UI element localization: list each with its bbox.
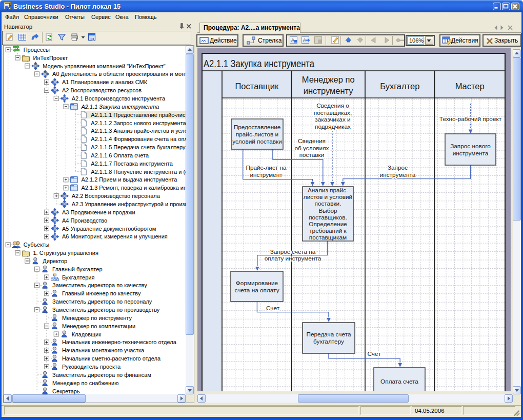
svg-text:условий поставки: условий поставки <box>232 138 282 145</box>
svg-text:Заместитель директора по финан: Заместитель директора по финансам <box>52 372 151 378</box>
svg-text:Запрос: Запрос <box>388 164 408 171</box>
svg-text:A1 Планирование и анализ СМК: A1 Планирование и анализ СМК <box>62 79 148 85</box>
svg-text:A2.1.1.5 Передача счета бухгал: A2.1.1.5 Передача счета бухгалтеру <box>91 144 186 150</box>
svg-text:A2.1.1.2 Запрос нового инструм: A2.1.1.2 Запрос нового инструмента <box>91 120 186 126</box>
svg-text:Процессы: Процессы <box>24 47 50 53</box>
svg-text:Выбор: Выбор <box>318 207 337 214</box>
svg-text:A2.1.1.4 Формирование счета на: A2.1.1.4 Формирование счета на оплату <box>91 136 186 142</box>
svg-text:A2.1.1.3 Анализ прайс-листов и: A2.1.1.3 Анализ прайс-листов и условий <box>91 128 186 134</box>
svg-text:Главный бухгалтер: Главный бухгалтер <box>52 266 102 272</box>
svg-text:Техно-рабочий проект: Техно-рабочий проект <box>439 115 502 123</box>
svg-text:Формирование: Формирование <box>236 279 278 287</box>
svg-text:Поставщик: Поставщик <box>235 82 278 91</box>
svg-text:Кладовщик: Кладовщик <box>72 331 102 337</box>
svg-text:Счет: Счет <box>266 305 280 312</box>
svg-text:A2.1.1.1 Предоставление прайс-: A2.1.1.1 Предоставление прайс-листов <box>91 112 186 118</box>
svg-text:поставки: поставки <box>299 151 325 158</box>
svg-text:Менеджер по: Менеджер по <box>302 75 355 84</box>
svg-text:заказчиках и: заказчиках и <box>315 116 350 123</box>
svg-text:счета на оплату: счета на оплату <box>234 287 279 294</box>
svg-text:поставщиков.: поставщиков. <box>309 214 347 221</box>
svg-text:A2.1.3 Ремонт, поверка и калиб: A2.1.3 Ремонт, поверка и калибровка ин <box>82 185 186 191</box>
svg-text:листов и условий: листов и условий <box>304 193 352 201</box>
svg-text:Заместитель директора по произ: Заместитель директора по производству <box>52 307 160 313</box>
svg-text:Оплата счета: Оплата счета <box>380 378 418 385</box>
svg-text:Модель управления компанией "И: Модель управления компанией "ИнТехПроект… <box>43 63 165 69</box>
svg-text:A2.1 Воспроизводство инструмен: A2.1 Воспроизводство инструмента <box>72 95 166 102</box>
svg-text:Заместитель директора по персо: Заместитель директора по персоналу <box>52 298 152 305</box>
svg-text:A: A <box>291 37 294 43</box>
svg-text:Запрос нового: Запрос нового <box>450 143 491 150</box>
svg-text:поставщиках,: поставщиках, <box>314 109 352 116</box>
svg-text:ИнТехПроект: ИнТехПроект <box>33 55 68 61</box>
svg-text:подрядчиках: подрядчиках <box>315 123 351 130</box>
svg-text:A5 Управление документооборото: A5 Управление документооборотом <box>62 226 156 232</box>
svg-text:A3 Продвижение и продажи: A3 Продвижение и продажи <box>62 209 135 215</box>
svg-text:бухгалтеру: бухгалтеру <box>313 338 344 345</box>
svg-text:Сведения: Сведения <box>298 137 326 145</box>
svg-text:Секретарь: Секретарь <box>52 388 80 394</box>
svg-text:Менеджер по комплектации: Менеджер по комплектации <box>62 323 135 329</box>
svg-text:A2.1.1.7 Поставка инструмента: A2.1.1.7 Поставка инструмента <box>91 161 173 167</box>
svg-text:A0 Деятельность в области прое: A0 Деятельность в области проектирования… <box>52 71 186 77</box>
svg-text:1. Структура управления: 1. Структура управления <box>33 250 99 256</box>
svg-text:Анализ прайс-: Анализ прайс- <box>308 187 348 194</box>
svg-text:требований к: требований к <box>309 227 347 234</box>
svg-text:поставщикам: поставщикам <box>309 234 347 241</box>
svg-text:Сведения о: Сведения о <box>316 102 349 109</box>
svg-text:Главный инженер по качеству: Главный инженер по качеству <box>62 290 141 296</box>
svg-text:Прайс-лист на: Прайс-лист на <box>246 164 287 171</box>
svg-text:A4 Производство: A4 Производство <box>62 217 107 224</box>
svg-text:Менеджер по снабжению: Менеджер по снабжению <box>52 380 118 386</box>
svg-text:Бухгалтер: Бухгалтер <box>380 82 419 91</box>
svg-text:прайс-листов и: прайс-листов и <box>236 131 278 138</box>
svg-text:Начальник сметно-расчетного от: Начальник сметно-расчетного отдела <box>62 355 161 362</box>
svg-text:инструменту: инструменту <box>304 86 354 95</box>
svg-text:Заместитель директора по качес: Заместитель директора по качеству <box>52 282 147 288</box>
svg-text:инструмента: инструмента <box>380 171 416 178</box>
svg-text:Передача счета: Передача счета <box>307 331 351 338</box>
svg-text:Мастер: Мастер <box>455 82 485 91</box>
svg-text:A2.2 Воспроизводство персонала: A2.2 Воспроизводство персонала <box>72 193 160 199</box>
svg-text:A6 Мониторинг, измерения и улу: A6 Мониторинг, измерения и улучшения <box>62 233 168 239</box>
svg-text:Начальник монтажного участка: Начальник монтажного участка <box>62 347 145 353</box>
svg-text:A2.1.1 Закупка инструмента: A2.1.1 Закупка инструмента <box>204 57 314 69</box>
svg-text:Бухгалтерия: Бухгалтерия <box>62 274 95 281</box>
svg-text:A2.1.2 Прием и выдача инструме: A2.1.2 Прием и выдача инструмента <box>82 176 178 183</box>
svg-text:инструмент: инструмент <box>250 171 283 178</box>
svg-text:Начальник инженерно-техническо: Начальник инженерно-технического отдела <box>62 339 177 345</box>
svg-text:оплату инструмента: оплату инструмента <box>265 255 321 262</box>
svg-text:Руководитель проекта: Руководитель проекта <box>62 364 121 370</box>
svg-text:A2.1.1.6 Оплата счета: A2.1.1.6 Оплата счета <box>91 152 149 158</box>
svg-text:A2.1.1 Закупка инструмента: A2.1.1 Закупка инструмента <box>81 104 159 110</box>
svg-text:A2 Воспроизводство ресурсов: A2 Воспроизводство ресурсов <box>62 87 142 93</box>
svg-text:об условиях: об условиях <box>295 145 329 152</box>
svg-text:A2.3 Управление инфраструктуро: A2.3 Управление инфраструктурой и произв <box>72 201 186 207</box>
svg-text:Определение: Определение <box>309 221 347 228</box>
svg-text:Счет: Счет <box>367 350 381 357</box>
svg-text:Предоставление: Предоставление <box>234 124 281 131</box>
svg-text:инструмента: инструмента <box>453 150 489 157</box>
svg-text:поставки.: поставки. <box>315 200 341 207</box>
svg-text:A2.1.1.8 Получение инструмента: A2.1.1.8 Получение инструмента и (о <box>91 169 186 175</box>
svg-text:Директор: Директор <box>43 258 67 264</box>
svg-text:Субъекты: Субъекты <box>24 242 49 248</box>
svg-text:Запрос счета на: Запрос счета на <box>270 248 316 255</box>
svg-text:Менеджер по инструменту: Менеджер по инструменту <box>62 315 132 321</box>
